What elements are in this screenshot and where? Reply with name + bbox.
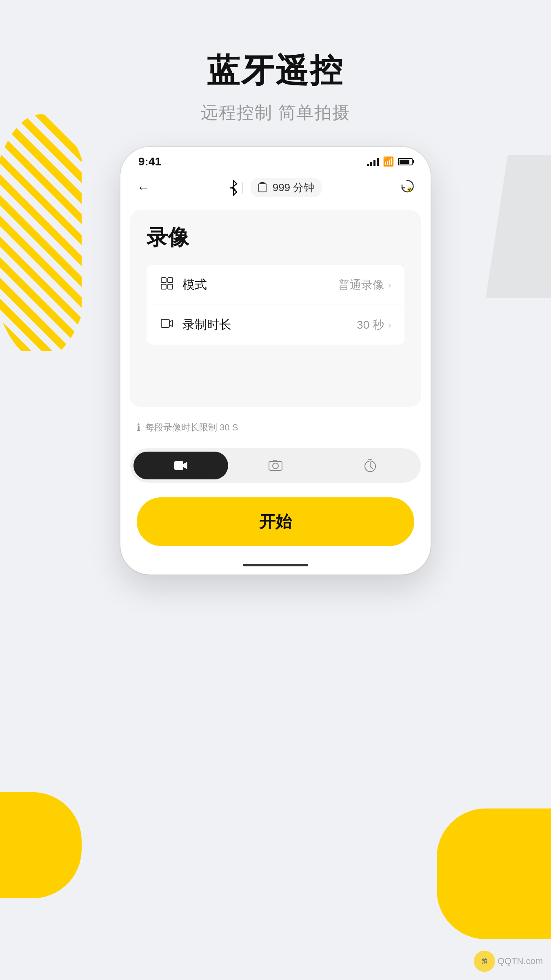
back-button[interactable]: ← — [137, 180, 150, 195]
page-header: 蓝牙遥控 远程控制 简单拍摄 — [0, 49, 551, 124]
start-button[interactable]: 开始 — [137, 497, 414, 546]
page-title: 蓝牙遥控 — [0, 49, 551, 93]
tab-video[interactable] — [133, 452, 228, 479]
wifi-icon: 📶 — [383, 156, 394, 167]
svg-point-4 — [407, 187, 411, 192]
time-badge: 999 分钟 — [251, 178, 322, 197]
status-bar: 9:41 📶 — [120, 147, 431, 172]
content-card: 录像 模式 普通录像 › — [130, 210, 421, 407]
svg-rect-1 — [242, 182, 243, 194]
watermark-text: QQTN.com — [498, 956, 543, 967]
bg-yellow-bottom-left — [0, 792, 82, 898]
bg-stripe-left — [0, 114, 82, 351]
phone-mockup: 9:41 📶 ← — [120, 147, 431, 575]
phone-screen: 9:41 📶 ← — [120, 147, 431, 575]
svg-rect-9 — [161, 319, 169, 327]
tab-bar — [130, 448, 421, 483]
card-spacer — [147, 345, 404, 394]
duration-icon — [160, 317, 174, 333]
svg-point-12 — [273, 463, 278, 469]
svg-rect-3 — [260, 182, 264, 184]
svg-point-0 — [230, 187, 232, 189]
mode-chevron-icon: › — [388, 279, 391, 291]
sync-button[interactable] — [400, 179, 414, 196]
card-title: 录像 — [147, 223, 404, 252]
time-value: 999 分钟 — [273, 180, 315, 195]
mode-setting-item[interactable]: 模式 普通录像 › — [147, 265, 404, 305]
start-button-label: 开始 — [259, 512, 292, 530]
video-icon — [160, 317, 173, 330]
svg-rect-5 — [161, 278, 166, 283]
camera-tab-icon — [268, 458, 283, 473]
svg-rect-7 — [161, 284, 166, 289]
duration-label: 录制时长 — [182, 316, 357, 333]
grid-icon — [160, 277, 173, 290]
notice-icon: ℹ — [137, 422, 140, 433]
tab-photo[interactable] — [228, 452, 323, 479]
svg-rect-2 — [259, 184, 266, 192]
bluetooth-icon — [228, 180, 239, 196]
watermark-logo: 拍 — [474, 951, 495, 972]
page-subtitle: 远程控制 简单拍摄 — [0, 101, 551, 124]
svg-rect-8 — [168, 284, 173, 289]
mode-label: 模式 — [182, 276, 338, 293]
svg-rect-6 — [168, 278, 173, 283]
battery-icon — [398, 158, 413, 165]
signal-icon — [367, 157, 379, 166]
bg-yellow-bottom-right — [437, 808, 551, 939]
status-time: 9:41 — [138, 155, 161, 168]
mode-value: 普通录像 — [338, 277, 384, 293]
notice-text: 每段录像时长限制 30 S — [145, 421, 238, 434]
divider-icon — [242, 182, 244, 194]
timer-tab-icon — [363, 458, 378, 473]
video-tab-icon — [173, 458, 188, 473]
home-indicator — [120, 559, 431, 575]
battery-small-icon — [258, 182, 269, 194]
tab-timer[interactable] — [323, 452, 418, 479]
svg-rect-10 — [174, 461, 183, 470]
status-icons: 📶 — [367, 156, 413, 167]
home-bar — [243, 564, 308, 566]
toolbar-center: 999 分钟 — [228, 178, 322, 197]
sync-icon — [400, 179, 414, 194]
duration-chevron-icon: › — [388, 319, 391, 331]
duration-setting-item[interactable]: 录制时长 30 秒 › — [147, 305, 404, 345]
bluetooth-badge — [228, 180, 244, 196]
toolbar: ← 999 分钟 — [120, 172, 431, 204]
mode-icon — [160, 277, 174, 293]
notice-bar: ℹ 每段录像时长限制 30 S — [120, 413, 431, 442]
duration-value: 30 秒 — [357, 317, 384, 333]
watermark: 拍 QQTN.com — [474, 951, 543, 972]
bg-gray-right — [486, 155, 551, 318]
settings-list: 模式 普通录像 › 录制时长 30 秒 › — [147, 265, 404, 345]
